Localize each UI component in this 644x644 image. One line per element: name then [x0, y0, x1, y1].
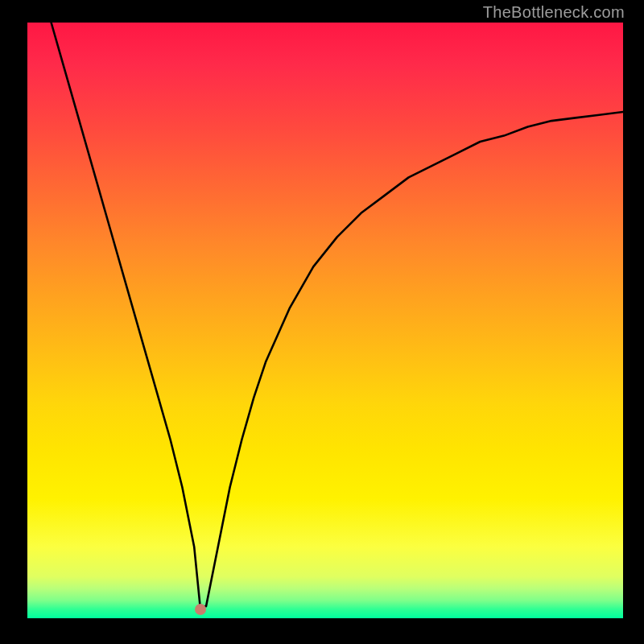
watermark-label: TheBottleneck.com — [483, 3, 625, 22]
minimum-marker — [195, 604, 206, 615]
chart-frame: TheBottleneck.com — [0, 0, 644, 644]
bottleneck-curve — [27, 23, 623, 618]
plot-area — [27, 23, 623, 618]
